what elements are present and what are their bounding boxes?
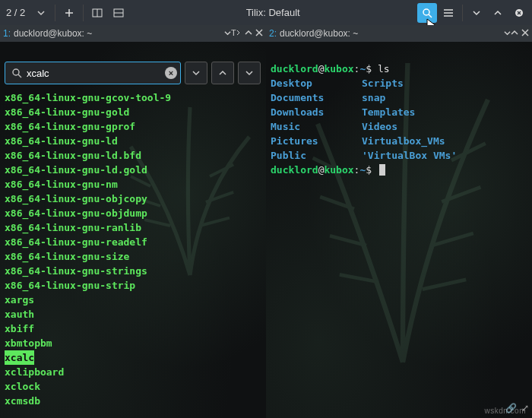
- directory-entry: Videos: [362, 119, 453, 134]
- listing-row: DownloadsTemplates: [271, 105, 527, 119]
- result-item: x86_64-linux-gnu-ld: [5, 135, 118, 147]
- close-button[interactable]: [509, 3, 529, 23]
- listing-row: Documentssnap: [271, 90, 527, 105]
- result-item: x86_64-linux-gnu-gprof: [5, 121, 135, 132]
- directory-entry: snap: [362, 90, 453, 105]
- titlebar: 2 / 2 Tilix: Default: [0, 0, 532, 25]
- svg-line-9: [18, 74, 21, 78]
- cursor: [379, 164, 385, 176]
- pane-title: ducklord@kubox: ~: [14, 28, 221, 39]
- menu-button[interactable]: [439, 3, 458, 23]
- pane-number: 1:: [3, 28, 11, 39]
- watermark: wskdn.com: [484, 407, 526, 415]
- maximize-button[interactable]: [488, 3, 508, 23]
- search-next-button[interactable]: [238, 62, 261, 84]
- directory-entry: Virtualbox_VMs: [362, 134, 453, 148]
- search-prev-button[interactable]: [211, 62, 234, 84]
- result-item: xclock: [5, 381, 40, 392]
- result-item: x86_64-linux-gnu-objcopy: [5, 193, 147, 204]
- separator: [462, 5, 463, 21]
- maximize-pane-icon[interactable]: [511, 28, 518, 39]
- clear-search-icon[interactable]: ×: [165, 67, 177, 79]
- directory-entry: Documents: [271, 90, 362, 105]
- search-input[interactable]: xcalc ×: [5, 62, 181, 84]
- minimize-button[interactable]: [467, 3, 486, 23]
- search-options-button[interactable]: [185, 62, 207, 84]
- result-item: xargs: [5, 294, 34, 306]
- result-item: x86_64-linux-gnu-strings: [5, 265, 147, 277]
- directory-entry: Music: [271, 119, 362, 134]
- search-query-text: xcalc: [27, 68, 165, 79]
- directory-entry: Pictures: [271, 134, 362, 148]
- sync-input-icon[interactable]: T: [231, 28, 242, 40]
- result-item: x86_64-linux-gnu-readelf: [5, 236, 147, 248]
- prompt-host: kubox: [324, 63, 353, 74]
- search-results-list: x86_64-linux-gnu-gcov-tool-9x86_64-linux…: [5, 90, 266, 418]
- prompt-line: ducklord@kubox:~$: [271, 163, 527, 177]
- command-text: ls: [378, 63, 390, 74]
- listing-row: Public'VirtualBox VMs': [271, 148, 527, 163]
- directory-entry: Scripts: [362, 76, 453, 90]
- chevron-down-icon[interactable]: [31, 3, 51, 23]
- svg-point-4: [423, 9, 429, 15]
- result-item: xclipboard: [5, 366, 64, 378]
- pane-header: 2: ducklord@kubox: ~: [266, 25, 532, 42]
- separator: [83, 5, 84, 21]
- directory-entry: Templates: [362, 105, 453, 119]
- maximize-pane-icon[interactable]: [245, 28, 252, 39]
- directory-entry: Desktop: [271, 76, 362, 90]
- listing-row: PicturesVirtualbox_VMs: [271, 134, 527, 148]
- pane-title: ducklord@kubox: ~: [280, 28, 501, 39]
- search-bar: xcalc ×: [5, 62, 261, 84]
- listing-row: MusicVideos: [271, 119, 527, 134]
- terminal-output: ducklord@kubox:~$ ls DesktopScriptsDocum…: [271, 62, 527, 177]
- result-item: x86_64-linux-gnu-gcov-tool-9: [5, 92, 171, 103]
- pane-number: 2:: [269, 28, 277, 39]
- close-pane-icon[interactable]: [255, 28, 263, 39]
- terminal-body[interactable]: xcalc × x86_64-linux-gnu-gcov-tool-9x86_…: [0, 42, 266, 418]
- terminal-pane-left[interactable]: 1: ducklord@kubox: ~ T: [0, 25, 266, 418]
- chevron-down-icon[interactable]: [504, 28, 511, 39]
- session-count: 2 / 2: [3, 7, 30, 18]
- result-item: x86_64-linux-gnu-size: [5, 251, 129, 262]
- svg-point-8: [13, 69, 19, 75]
- directory-entry: 'VirtualBox VMs': [362, 148, 453, 163]
- result-item: xcalc: [5, 350, 34, 365]
- directory-entry: Downloads: [271, 105, 362, 119]
- split-right-button[interactable]: [87, 3, 107, 23]
- chevron-down-icon[interactable]: [224, 28, 231, 39]
- pane-header: 1: ducklord@kubox: ~ T: [0, 25, 266, 42]
- add-tab-button[interactable]: [59, 3, 79, 23]
- svg-line-5: [429, 14, 432, 17]
- result-item: x86_64-linux-gnu-strip: [5, 280, 135, 291]
- window-title: Tilix: Default: [128, 7, 417, 18]
- result-item: xcmsdb: [5, 395, 40, 407]
- prompt-line: ducklord@kubox:~$ ls: [271, 62, 527, 76]
- result-item: xbmtopbm: [5, 337, 52, 349]
- prompt-user: ducklord: [271, 63, 318, 74]
- search-button[interactable]: [417, 3, 437, 23]
- result-item: x86_64-linux-gnu-gold: [5, 106, 129, 118]
- result-item: x86_64-linux-gnu-nm: [5, 179, 118, 190]
- result-item: x86_64-linux-gnu-ranlib: [5, 222, 141, 233]
- result-item: xbiff: [5, 323, 34, 334]
- separator: [55, 5, 55, 21]
- directory-entry: Public: [271, 148, 362, 163]
- split-down-button[interactable]: [109, 3, 128, 23]
- search-icon: [11, 68, 22, 78]
- result-item: x86_64-linux-gnu-objdump: [5, 207, 147, 219]
- listing-row: DesktopScripts: [271, 76, 527, 90]
- result-item: xauth: [5, 309, 34, 320]
- close-pane-icon[interactable]: [521, 28, 529, 39]
- result-item: x86_64-linux-gnu-ld.bfd: [5, 150, 141, 161]
- terminal-pane-right[interactable]: 2: ducklord@kubox: ~ ducklord@: [266, 25, 532, 418]
- result-item: x86_64-linux-gnu-ld.gold: [5, 164, 147, 176]
- svg-text:T: T: [231, 28, 236, 37]
- terminal-body[interactable]: ducklord@kubox:~$ ls DesktopScriptsDocum…: [266, 42, 532, 418]
